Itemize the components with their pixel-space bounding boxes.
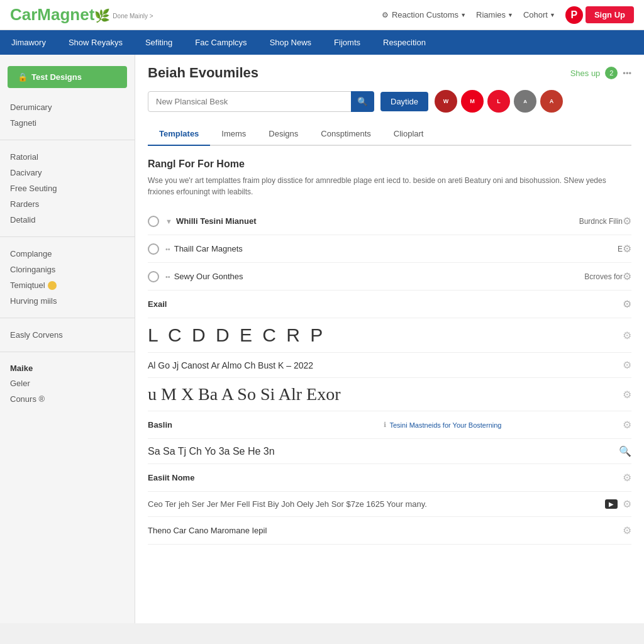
search-icon: 🔍 [357,97,368,106]
tab-designs[interactable]: Designs [257,123,309,146]
template-row[interactable]: •• Thaill Car Magnets E ⚙ [148,235,631,263]
radio-1[interactable] [148,216,159,227]
pinterest-signup: P Sign Up [565,6,634,24]
signup-button[interactable]: Sign Up [586,6,634,23]
baslin-label: Baslin [148,420,381,430]
theno-label: Theno Car Cano Maromane Iepil [148,526,623,535]
font-row-3[interactable]: u M X Ba A So Si Alr Exor ⚙ [148,378,631,411]
divider [0,140,135,140]
font-row-2[interactable]: Al Go Jj Canost Ar Almo Ch Bust K – 2022… [148,353,631,378]
daytide-button[interactable]: Daytide [380,92,428,111]
caret-icon: ▼ [460,12,466,18]
font-text-1: L C D D E C R P [148,325,623,346]
ceo-text: Ceo Ter jeh Ser Jer Mer Fell Fist Biy Jo… [148,499,605,509]
sidebar-item-rarders[interactable]: Rarders [10,196,125,212]
tab-clioplart[interactable]: Clioplart [382,123,435,146]
gear-icon-2[interactable]: ⚙ [623,243,631,255]
sidebar-item-ratorial[interactable]: Ratorial [10,149,125,165]
expand-icon: ▼ [165,218,172,225]
tab-consptiments[interactable]: Consptiments [309,123,382,146]
sidebar-item-conurs[interactable]: Conurs ® [10,391,125,407]
nav-item-shop[interactable]: Shop News [258,30,323,55]
gear-icon-4[interactable]: ⚙ [623,298,631,310]
nav-item-fac[interactable]: Fac Camplcys [184,30,258,55]
search-input-wrap: 🔍 [148,91,374,112]
baslin-row[interactable]: Baslin ℹ Tesini Mastneids for Your Boste… [148,411,631,439]
nav-item-sefiting[interactable]: Sefiting [134,30,184,55]
gear-icon-theno[interactable]: ⚙ [623,525,631,536]
sa-row[interactable]: Sa Sa Tj Ch Yo 3a Se He 3n 🔍 [148,439,631,464]
search-input[interactable] [148,91,374,112]
sidebar-section-5: Maike Geler Conurs ® [0,357,135,411]
sidebar-item-tagneti[interactable]: Tagneti [10,115,125,131]
top-nav-riamies[interactable]: Riamies ▼ [476,10,513,19]
template-row[interactable]: Exail ⚙ [148,291,631,318]
search-icon-sa[interactable]: 🔍 [619,445,631,457]
sa-text: Sa Sa Tj Ch Yo 3a Se He 3n [148,446,619,457]
font-text-3: u M X Ba A So Si Alr Exor [148,384,623,404]
search-bar: 🔍 Daytide W M L A A [148,90,631,113]
font-row-1[interactable]: L C D D E C R P ⚙ [148,318,631,353]
sidebar: 🔒 Test Designs Derumicary Tagneti Ratori… [0,55,135,623]
sidebar-item-free[interactable]: Free Seuting [10,180,125,196]
template-row[interactable]: •• Sewy Our Gonthes Bcroves for ⚙ [148,263,631,291]
tabs: Templates Imems Designs Consptiments Cli… [148,123,631,146]
top-nav-reaction[interactable]: ⚙ Reaction Customs ▼ [382,10,466,19]
gear-icon-font-3[interactable]: ⚙ [623,389,631,401]
page-title: Beiah Evoumiles [148,65,258,81]
sidebar-section-1: Derumicary Tagneti [0,96,135,135]
sidebar-item-complange[interactable]: Complange [10,246,125,262]
sidebar-item-hurving[interactable]: Hurving miils [10,293,125,309]
test-designs-button[interactable]: 🔒 Test Designs [8,66,127,88]
play-button[interactable]: ▶ [605,499,618,509]
partner-logo-a2: A [540,90,563,113]
sidebar-item-geler[interactable]: Geler [10,375,125,391]
top-nav-cohort[interactable]: Cohort ▼ [523,10,555,19]
gear-icon-baslin[interactable]: ⚙ [623,419,631,431]
top-bar: CarMagnet🌿 Done Mainly > ⚙ Reaction Cust… [0,0,644,30]
page-header: Beiah Evoumiles Shes up 2 ••• [148,65,631,81]
sidebar-item-detalid[interactable]: Detalid [10,212,125,228]
template-row[interactable]: ▼ Whilli Tesini Mianuet Burdnck Filin ⚙ [148,208,631,235]
sidebar-item-dacivary[interactable]: Dacivary [10,165,125,180]
template-name-1: Whilli Tesini Mianuet [176,216,575,226]
partner-logo-l: L [487,90,510,113]
gear-icon-easiit[interactable]: ⚙ [623,472,631,484]
template-detail-1: Burdnck Filin [579,217,623,226]
sidebar-item-derumicary[interactable]: Derumicary [10,99,125,115]
nav-item-show[interactable]: Show Reyakys [57,30,134,55]
easiit-label: Easiit Nome [148,473,623,482]
gear-icon-ceo[interactable]: ⚙ [623,498,631,510]
partner-logo-a1: A [514,90,536,113]
gear-icon-font-2[interactable]: ⚙ [623,359,631,371]
sidebar-section-5-heading: Maike [10,361,125,375]
gear-icon-font-1[interactable]: ⚙ [623,330,631,341]
sidebar-item-easly[interactable]: Easly Corvens [10,327,125,343]
pinterest-icon: P [565,6,583,24]
logo: CarMagnet🌿 Done Mainly > [10,5,153,25]
gear-icon-3[interactable]: ⚙ [623,270,631,282]
divider [0,236,135,237]
nav-item-respecition[interactable]: Respecition [372,30,437,55]
search-button[interactable]: 🔍 [351,91,374,112]
nav-item-jimawory[interactable]: Jimawory [0,30,57,55]
tab-imems[interactable]: Imems [210,123,257,146]
radio-2[interactable] [148,243,159,255]
easiit-row[interactable]: Easiit Nome ⚙ [148,464,631,492]
nav-item-fijomts[interactable]: Fijomts [323,30,372,55]
layout: 🔒 Test Designs Derumicary Tagneti Ratori… [0,55,644,623]
theno-row[interactable]: Theno Car Cano Maromane Iepil ⚙ [148,517,631,545]
sidebar-item-cloringanigs[interactable]: Cloringanigs [10,262,125,277]
template-name-2: Thaill Car Magnets [174,244,614,253]
actions-count: 2 [605,67,618,79]
more-icon[interactable]: ••• [623,69,631,78]
ceo-row[interactable]: Ceo Ter jeh Ser Jer Mer Fell Fist Biy Jo… [148,492,631,517]
caret-icon: ▼ [508,12,513,18]
baslin-sub: Tesini Mastneids for Your Bosterning [390,421,623,429]
tab-templates[interactable]: Templates [148,123,210,146]
radio-3[interactable] [148,271,159,282]
expand-icon: •• [165,245,170,253]
gear-icon-1[interactable]: ⚙ [623,215,631,227]
template-name-4: Exail [148,299,623,309]
sidebar-item-temiqtuel[interactable]: Temiqtuel [10,277,125,293]
